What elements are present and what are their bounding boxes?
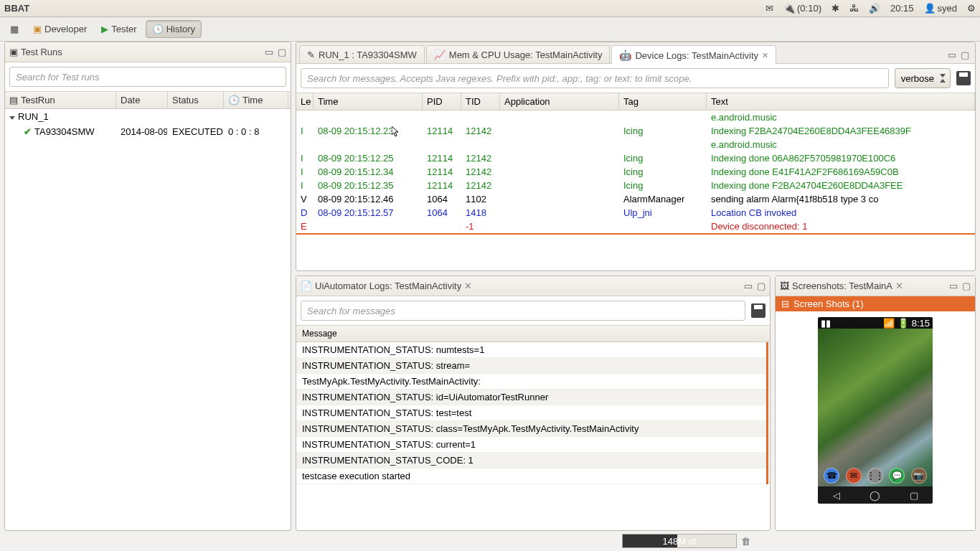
maximize-icon[interactable]: ▢ [961,50,969,60]
message-row[interactable]: INSTRUMENTATION_STATUS: current=1 [296,437,766,453]
perspective-developer[interactable]: ▣Developer [27,21,93,37]
close-icon[interactable]: ✕ [464,281,472,291]
log-row[interactable]: I08-09 20:15:12.341211412142IcingIndexin… [296,165,975,179]
screenshots-view: 🖼 Screenshots: TestMainA ✕ ▭ ▢ ⊟Screen S… [775,276,976,531]
uiauto-header: Message [296,325,770,342]
log-level-select[interactable]: verbose [895,68,951,88]
app-title: BBAT [4,3,29,14]
open-perspective-button[interactable]: ▦ [4,21,24,37]
minimize-icon[interactable]: ▭ [948,50,956,60]
message-row[interactable]: INSTRUMENTATION_STATUS: id=UiAutomatorTe… [296,390,766,405]
bluetooth-icon[interactable]: ✱ [831,3,839,14]
devlog-search-input[interactable] [301,68,889,88]
minimize-icon[interactable]: ▭ [949,281,958,291]
collapse-icon[interactable]: ⊟ [781,298,789,309]
trash-icon[interactable]: 🗑 [741,536,750,547]
test-runs-title: ▣ Test Runs [9,47,62,57]
test-runs-view: ▣ Test Runs ▭ ▢ ▤TestRun Date Status 🕓Ti… [4,42,291,531]
chart-icon: 📈 [434,50,446,60]
log-row[interactable]: I08-09 20:15:12.251211412142IcingIndexin… [296,151,975,165]
message-row[interactable]: INSTRUMENTATION_STATUS: numtests=1 [296,342,766,358]
mouse-cursor [392,126,400,138]
log-row[interactable]: e.android.music [296,138,975,151]
message-row[interactable]: INSTRUMENTATION_STATUS_CODE: 1 [296,453,766,468]
testrun-child-row[interactable]: ✔TA93304SMW 2014-08-09 EXECUTED 0 : 0 : … [5,124,291,139]
log-row[interactable]: E-1Device disconnected: 1 [296,220,975,235]
uiautomator-title: 📄 UiAutomator Logs: TestMainActivity ✕ [301,281,472,291]
maximize-icon[interactable]: ▢ [962,281,971,291]
perspective-tester[interactable]: ▶Tester [95,21,142,37]
close-icon[interactable]: ✕ [895,281,903,291]
system-menubar: BBAT ✉ 🔌 (0:10) ✱ 🖧 🔊 20:15 👤 syed ⚙ [0,0,980,17]
testruns-search-input[interactable] [9,67,286,87]
editor-area: ✎RUN_1 : TA93304SMW 📈Mem & CPU Usage: Te… [296,42,976,271]
screenshots-group[interactable]: ⊟Screen Shots (1) [776,296,975,311]
uiauto-messages[interactable]: INSTRUMENTATION_STATUS: numtests=1INSTRU… [296,342,768,484]
message-row[interactable]: INSTRUMENTATION_STATUS: stream= [296,358,766,374]
testrun-parent-row[interactable]: RUN_1 [5,109,291,124]
tab-mem-cpu[interactable]: 📈Mem & CPU Usage: TestMainActivity [426,45,611,63]
maximize-icon[interactable]: ▢ [757,281,765,291]
tab-run[interactable]: ✎RUN_1 : TA93304SMW [299,45,425,63]
log-row[interactable]: D08-09 20:15:12.5710641418Ulp_jniLocatio… [296,206,975,220]
maximize-icon[interactable]: ▢ [278,47,286,57]
screenshot-thumbnail[interactable]: ▮▮📶 🔋 8:15 Google🎤 ☎ ✉ ⋮⋮ 💬 📷 ◁◯▢ [818,317,933,504]
heap-status[interactable]: 148M of [622,534,737,548]
mail-icon[interactable]: ✉ [765,3,773,14]
log-row[interactable]: V08-09 20:15:12.4610641102AlarmManagerse… [296,192,975,206]
battery-indicator[interactable]: 🔌 (0:10) [783,3,821,14]
network-icon[interactable]: 🖧 [849,3,859,14]
perspective-history[interactable]: 🕓History [146,20,202,38]
system-indicators[interactable]: ✉ 🔌 (0:10) ✱ 🖧 🔊 20:15 👤 syed ⚙ [765,3,976,14]
log-row[interactable]: e.android.music [296,110,975,124]
caret-down-icon[interactable] [9,116,15,120]
pencil-icon: ✎ [307,50,315,60]
gear-icon[interactable]: ⚙ [967,3,976,14]
devlog-header: Le Time PID TID Application Tag Text [296,93,975,110]
save-icon[interactable] [956,71,971,85]
screenshots-title: 🖼 Screenshots: TestMainA ✕ [780,281,903,291]
uiauto-search-input[interactable] [301,301,745,321]
perspective-toolbar: ▦ ▣Developer ▶Tester 🕓History [0,17,980,42]
status-footer: 148M of 🗑 [0,532,980,550]
tab-device-logs[interactable]: 🤖Device Logs: TestMainActivity✕ [611,45,776,64]
android-icon: 🤖 [619,50,631,61]
message-row[interactable]: INSTRUMENTATION_STATUS: class=TestMyApk.… [296,421,766,437]
check-icon: ✔ [24,126,32,137]
log-row[interactable]: I08-09 20:15:12.351211412142IcingIndexin… [296,179,975,192]
testruns-header: ▤TestRun Date Status 🕓Time [5,91,291,109]
save-icon[interactable] [751,303,765,318]
volume-icon[interactable]: 🔊 [869,3,880,14]
user-menu[interactable]: 👤 syed [924,3,957,14]
minimize-icon[interactable]: ▭ [265,47,273,57]
message-row[interactable]: INSTRUMENTATION_STATUS: test=test [296,405,766,421]
minimize-icon[interactable]: ▭ [744,281,753,291]
editor-tabstrip: ✎RUN_1 : TA93304SMW 📈Mem & CPU Usage: Te… [296,42,975,64]
clock[interactable]: 20:15 [890,3,914,14]
close-icon[interactable]: ✕ [762,51,768,60]
message-row[interactable]: TestMyApk.TestMyActivity.TestMainActivit… [296,374,766,390]
message-row[interactable]: testcase execution started [296,468,766,484]
uiautomator-view: 📄 UiAutomator Logs: TestMainActivity ✕ ▭… [296,276,771,531]
